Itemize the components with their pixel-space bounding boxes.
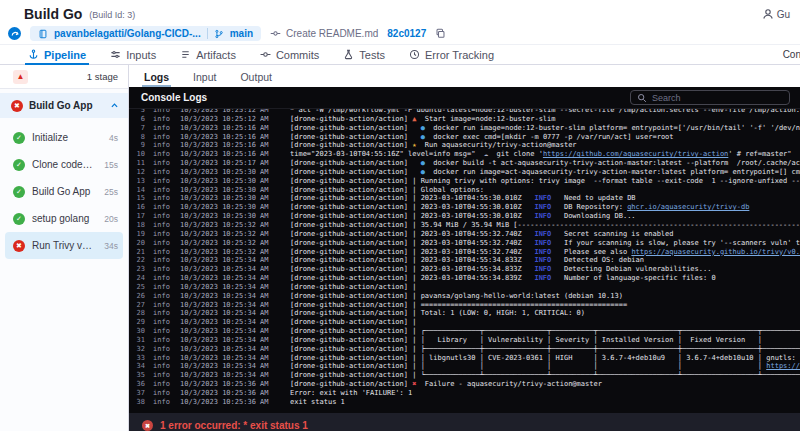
tab-tests[interactable]: Tests bbox=[331, 45, 397, 64]
user-label: Gu bbox=[777, 9, 790, 20]
copy-icon[interactable] bbox=[435, 28, 446, 39]
log-line: 29info10/3/2023 10:25:34 AM[drone-github… bbox=[129, 318, 800, 327]
log-tab-output[interactable]: Output bbox=[240, 71, 272, 87]
log-level: info bbox=[153, 371, 173, 380]
log-line: 23info10/3/2023 10:25:34 AM[drone-github… bbox=[129, 265, 800, 274]
log-line: 35info10/3/2023 10:25:34 AM[drone-github… bbox=[129, 371, 800, 380]
commit-message: Create README.md bbox=[286, 28, 378, 39]
log-line-number: 15 bbox=[129, 194, 145, 203]
log-message: [drone-github-action/action] | ┌────────… bbox=[290, 327, 800, 336]
user-menu[interactable]: Gu bbox=[762, 8, 790, 20]
log-info-tag: INFO bbox=[534, 230, 551, 238]
log-timestamp: 10/3/2023 10:25:32 AM bbox=[180, 239, 276, 248]
step-build-go-app[interactable]: ✓Build Go App25s bbox=[5, 178, 123, 205]
step-run-trivy-vulnerability-s-[interactable]: ✖Run Trivy vulnerability s...34s bbox=[5, 232, 123, 259]
log-timestamp: 10/3/2023 10:25:34 AM bbox=[180, 371, 276, 380]
log-level: info bbox=[153, 362, 173, 371]
log-link[interactable]: https://github.com/aquasecurity/trivy-ac… bbox=[543, 150, 728, 158]
log-text: git clone ' bbox=[488, 150, 543, 158]
log-line-number: 21 bbox=[129, 248, 145, 257]
log-level: info bbox=[153, 256, 173, 265]
commit-sha-link[interactable]: 82c0127 bbox=[387, 28, 426, 39]
log-line-number: 31 bbox=[129, 336, 145, 345]
step-initialize[interactable]: ✓Initialize4s bbox=[5, 124, 123, 151]
log-timestamp: 10/3/2023 10:25:30 AM bbox=[180, 212, 276, 221]
log-info-tag: INFO bbox=[534, 256, 551, 264]
log-timestamp: 10/3/2023 10:25:17 AM bbox=[180, 159, 276, 168]
log-text: time="2023-03-10T04:55:16Z" level=info m… bbox=[290, 150, 484, 158]
step-clone-codebase[interactable]: ✓Clone codebase15s bbox=[5, 151, 123, 178]
step-list: ✓Initialize4s✓Clone codebase15s✓Build Go… bbox=[0, 118, 128, 259]
log-text: [drone-github-action/action] bbox=[290, 380, 412, 388]
console-view-toggle[interactable]: Cons bbox=[783, 45, 800, 64]
step-duration: 15s bbox=[104, 160, 118, 170]
log-line: 26info10/3/2023 10:25:34 AM[drone-github… bbox=[129, 292, 800, 301]
log-text: Run aquasecurity/trivy-action@master bbox=[416, 141, 576, 149]
log-timestamp: 10/3/2023 10:25:34 AM bbox=[180, 301, 276, 310]
step-setup-golang[interactable]: ✓setup golang20s bbox=[5, 205, 123, 232]
log-message: [drone-github-action/action] | ├────────… bbox=[290, 345, 800, 354]
log-line: 37info10/3/2023 10:25:36 AMError: exit w… bbox=[129, 389, 800, 398]
console-header: Console Logs bbox=[129, 87, 800, 109]
stage-build-go-app[interactable]: ✖ Build Go App bbox=[0, 93, 128, 118]
stage-failed-icon: ✖ bbox=[11, 100, 23, 112]
chevron-up-icon[interactable] bbox=[110, 101, 119, 110]
log-text: [drone-github-action/action] bbox=[290, 124, 421, 132]
log-text: Detecting Debian vulnerabilities... bbox=[551, 265, 711, 273]
tab-commits[interactable]: Commits bbox=[248, 45, 331, 64]
log-line-number: 33 bbox=[129, 354, 145, 363]
log-line-number: 18 bbox=[129, 221, 145, 230]
step-label: setup golang bbox=[32, 213, 97, 224]
log-message: [drone-github-action/action] | │ libgnut… bbox=[290, 354, 800, 363]
log-link[interactable]: https://avd.aquasec.com/nvd/cve-2023-036… bbox=[766, 362, 800, 370]
inputs-icon bbox=[110, 49, 121, 60]
log-timestamp: 10/3/2023 10:25:34 AM bbox=[180, 345, 276, 354]
commit-icon bbox=[270, 28, 281, 39]
log-text: [drone-github-action/action] | =========… bbox=[290, 301, 627, 309]
pill-divider bbox=[207, 28, 208, 39]
log-tab-logs[interactable]: Logs bbox=[144, 71, 169, 87]
step-duration: 34s bbox=[104, 241, 118, 251]
log-line-number: 19 bbox=[129, 230, 145, 239]
build-page: Build Go (Build Id: 3) Gu pavanbelagatti… bbox=[0, 0, 800, 431]
log-text: [drone-github-action/action] | 2023-03-1… bbox=[290, 230, 534, 238]
log-tab-input[interactable]: Input bbox=[193, 71, 216, 87]
log-level: info bbox=[153, 239, 173, 248]
log-level: info bbox=[153, 327, 173, 336]
log-line: 27info10/3/2023 10:25:34 AM[drone-github… bbox=[129, 301, 800, 310]
console-log-lines: 5info10/3/2023 10:25:12 AM* act -W /tmp/… bbox=[129, 109, 800, 413]
tests-icon bbox=[343, 49, 354, 60]
tab-pipeline[interactable]: Pipeline bbox=[16, 45, 98, 64]
log-level: info bbox=[153, 150, 173, 159]
log-message: [drone-github-action/action] | └────────… bbox=[290, 371, 800, 380]
log-line: 12info10/3/2023 10:25:30 AM[drone-github… bbox=[129, 168, 800, 177]
log-timestamp: 10/3/2023 10:25:36 AM bbox=[180, 389, 276, 398]
log-timestamp: 10/3/2023 10:25:16 AM bbox=[180, 124, 276, 133]
pipeline-icon bbox=[28, 49, 39, 60]
log-text: docker run image=node:12-buster-slim pla… bbox=[425, 124, 800, 132]
log-message: [drone-github-action/action] | pavansa/g… bbox=[290, 292, 800, 301]
log-timestamp: 10/3/2023 10:25:36 AM bbox=[180, 398, 276, 407]
log-level: info bbox=[153, 133, 173, 142]
log-link[interactable]: https://aquasecurity.github.io/trivy/v0.… bbox=[631, 248, 800, 256]
log-level: info bbox=[153, 265, 173, 274]
log-message: [drone-github-action/action] | 2023-03-1… bbox=[290, 239, 800, 248]
log-link[interactable]: ghcr.io/aquasecurity/trivy-db bbox=[627, 203, 749, 211]
log-search[interactable] bbox=[630, 90, 790, 105]
tab-inputs[interactable]: Inputs bbox=[98, 45, 168, 64]
tab-error-tracking[interactable]: Error Tracking bbox=[397, 45, 506, 64]
log-timestamp: 10/3/2023 10:25:30 AM bbox=[180, 203, 276, 212]
step-label: Run Trivy vulnerability s... bbox=[32, 240, 97, 251]
log-panel: LogsInputOutput Console Logs 5info10/3/2… bbox=[129, 65, 800, 431]
log-message: [drone-github-action/action] | 2023-03-1… bbox=[290, 248, 800, 257]
tab-artifacts[interactable]: Artifacts bbox=[168, 45, 248, 64]
log-message: [drone-github-action/action] | 2023-03-1… bbox=[290, 230, 800, 239]
log-text: Detected OS: debian bbox=[551, 256, 644, 264]
repo-branch-pill[interactable]: pavanbelagatti/Golang-CICD-... main bbox=[30, 26, 261, 41]
log-info-tag: INFO bbox=[534, 265, 551, 273]
search-input[interactable] bbox=[652, 93, 783, 103]
stage-name: Build Go App bbox=[29, 100, 104, 111]
step-success-icon: ✓ bbox=[13, 186, 25, 198]
log-message: [drone-github-action/action] ▲ Start ima… bbox=[290, 115, 800, 124]
log-timestamp: 10/3/2023 10:25:34 AM bbox=[180, 309, 276, 318]
